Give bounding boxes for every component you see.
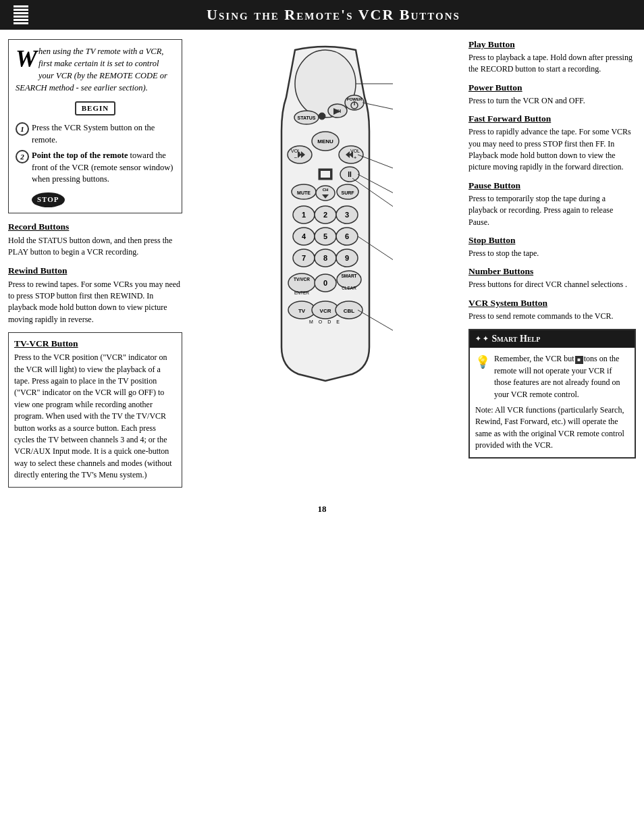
stop-badge: STOP <box>32 192 65 207</box>
svg-text:6: 6 <box>345 232 349 240</box>
svg-text:1: 1 <box>302 211 306 219</box>
stop-section: Stop Button Press to stop the tape. <box>468 235 636 259</box>
star-icon: ✦ ✦ <box>475 334 488 344</box>
number-title: Number Buttons <box>468 266 636 277</box>
play-title: Play Button <box>468 39 636 50</box>
svg-text:8: 8 <box>323 254 327 262</box>
tvvcr-section: TV-VCR Button Press to the VCR position … <box>8 332 182 487</box>
svg-text:CLEAR: CLEAR <box>342 286 356 290</box>
svg-text:ENTER: ENTER <box>294 290 309 295</box>
svg-text:−: − <box>294 155 298 161</box>
main-content: When using the TV remote with a VCR, fir… <box>0 30 644 497</box>
smart-help-text2: Note: All VCR functions (particularly Se… <box>475 405 629 452</box>
smart-help-box: ✦ ✦ Smart Help 💡 Remember, the VCR but■t… <box>468 329 636 458</box>
svg-text:5: 5 <box>323 232 327 240</box>
step-1: 1 Press the VCR System button on the rem… <box>16 122 175 146</box>
intro-italic-text: hen using the TV remote with a VCR, firs… <box>16 47 167 93</box>
svg-text:CH: CH <box>323 188 329 192</box>
svg-text:VCR: VCR <box>320 308 331 314</box>
intro-box: When using the TV remote with a VCR, fir… <box>8 39 182 213</box>
svg-text:TV: TV <box>298 308 306 314</box>
svg-text:2: 2 <box>323 211 327 219</box>
begin-badge: BEGIN <box>75 101 115 116</box>
smart-help-bulb-row: 💡 Remember, the VCR but■tons on the remo… <box>475 353 629 400</box>
left-column: When using the TV remote with a VCR, fir… <box>5 36 188 490</box>
step-2: 2 Point the top of the remote toward the… <box>16 150 175 186</box>
svg-text:II: II <box>348 171 352 178</box>
step-1-circle: 1 <box>16 122 29 136</box>
drop-cap: W <box>16 47 37 71</box>
svg-text:+: + <box>354 155 357 161</box>
fast-forward-body: Press to rapidly advance the tape. For s… <box>468 126 636 174</box>
remote-svg: STATUS CH POWER MENU <box>258 43 393 394</box>
svg-text:4: 4 <box>302 232 306 240</box>
rewind-section: Rewind Button Press to rewind tapes. For… <box>8 265 182 326</box>
record-section: Record Buttons Hold the STATUS button do… <box>8 221 182 259</box>
bulb-icon: 💡 <box>475 353 490 400</box>
svg-text:M  O  D  E: M O D E <box>309 319 342 324</box>
smart-help-text1: Remember, the VCR but■tons on the remote… <box>494 353 629 400</box>
svg-text:3: 3 <box>345 211 349 219</box>
record-body: Hold the STATUS button down, and then pr… <box>8 235 182 259</box>
rewind-body: Press to rewind tapes. For some VCRs you… <box>8 279 182 326</box>
svg-text:CBL: CBL <box>344 308 355 314</box>
page-title: Using the Remote's VCR Buttons <box>36 6 630 24</box>
page-number: 18 <box>0 497 644 519</box>
stop-body: Press to stop the tape. <box>468 248 636 259</box>
vcr-system-section: VCR System Button Press to send remote c… <box>468 298 636 322</box>
play-body: Press to playback a tape. Hold down afte… <box>468 52 636 76</box>
record-title: Record Buttons <box>8 221 182 232</box>
svg-text:POWER: POWER <box>347 97 363 101</box>
step-1-text: Press the VCR System button on the remot… <box>32 122 175 146</box>
power-section: Power Button Press to turn the VCR ON an… <box>468 82 636 107</box>
svg-text:MENU: MENU <box>317 138 333 145</box>
play-section: Play Button Press to playback a tape. Ho… <box>468 39 636 76</box>
svg-text:7: 7 <box>302 254 306 262</box>
fast-forward-section: Fast Forward Button Press to rapidly adv… <box>468 113 636 174</box>
smart-help-title: Smart Help <box>492 332 541 346</box>
tvvcr-title: TV-VCR Button <box>14 338 176 349</box>
svg-text:0: 0 <box>323 279 327 287</box>
svg-text:STATUS: STATUS <box>298 115 316 120</box>
svg-rect-24 <box>321 171 330 178</box>
svg-text:MUTE: MUTE <box>297 190 311 195</box>
power-body: Press to turn the VCR ON and OFF. <box>468 95 636 107</box>
number-body: Press buttons for direct VCR channel sel… <box>468 279 636 290</box>
svg-text:SURF: SURF <box>341 190 354 195</box>
fast-forward-title: Fast Forward Button <box>468 113 636 124</box>
number-section: Number Buttons Press buttons for direct … <box>468 266 636 290</box>
step-2-text: Point the top of the remote toward the f… <box>32 150 175 186</box>
power-title: Power Button <box>468 82 636 93</box>
center-column: STATUS CH POWER MENU <box>188 36 463 490</box>
vcr-system-body: Press to send remote commands to the VCR… <box>468 311 636 322</box>
svg-text:SMART: SMART <box>341 273 356 278</box>
pause-section: Pause Button Press to temporarily stop t… <box>468 180 636 228</box>
svg-text:9: 9 <box>345 254 349 262</box>
menu-icon <box>14 5 28 24</box>
stop-title: Stop Button <box>468 235 636 246</box>
pause-title: Pause Button <box>468 180 636 191</box>
right-column: Play Button Press to playback a tape. Ho… <box>463 36 639 490</box>
page-header: Using the Remote's VCR Buttons <box>0 0 644 30</box>
vcr-system-title: VCR System Button <box>468 298 636 309</box>
smart-help-body: 💡 Remember, the VCR but■tons on the remo… <box>470 348 635 457</box>
remote-diagram: STATUS CH POWER MENU <box>251 43 400 394</box>
smart-help-header: ✦ ✦ Smart Help <box>470 330 635 348</box>
pause-body: Press to temporarily stop the tape durin… <box>468 193 636 228</box>
tvvcr-body: Press to the VCR position ("VCR" indicat… <box>14 352 176 481</box>
svg-text:TV/VCR: TV/VCR <box>294 277 310 282</box>
rewind-title: Rewind Button <box>8 265 182 276</box>
step-2-circle: 2 <box>16 150 29 163</box>
svg-point-3 <box>319 113 325 120</box>
